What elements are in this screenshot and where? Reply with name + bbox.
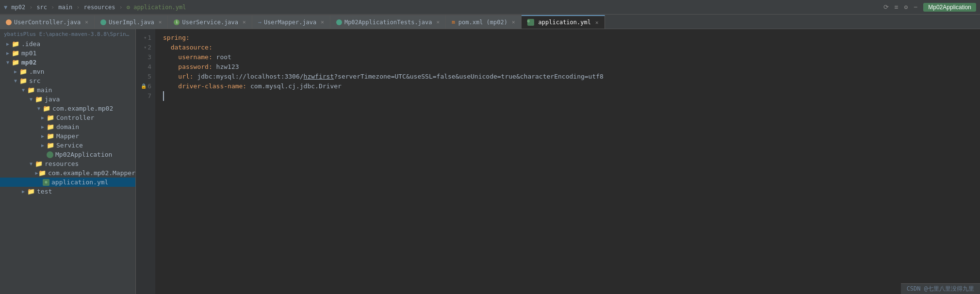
- editor[interactable]: ▾1 ▾2 3 4 5 🔒6 7 spring: dataso: [136, 29, 980, 294]
- sidebar-item-java[interactable]: ▼ 📁 java: [0, 95, 135, 104]
- editor-content: ▾1 ▾2 3 4 5 🔒6 7 spring: dataso: [136, 29, 980, 294]
- yaml-val-url: jdbc:mysql://localhost:3306/hzwfirst?ser…: [194, 72, 604, 82]
- tree-arrow-mp02: ▼: [4, 60, 12, 65]
- sidebar-label-domain: domain: [56, 123, 79, 131]
- folder-icon-java: 📁: [35, 96, 43, 103]
- tab-user-impl[interactable]: UserImpl.java ✕: [95, 15, 168, 29]
- toolbar-icon-3[interactable]: ⚙: [904, 3, 908, 11]
- indent-5: [163, 72, 178, 82]
- sidebar-label-mp01: mp01: [21, 49, 36, 57]
- code-area[interactable]: spring: datasource: username: root passw…: [155, 29, 980, 294]
- breadcrumb-mp02[interactable]: mp02: [11, 4, 25, 11]
- breadcrumb-resources[interactable]: resources: [83, 4, 115, 11]
- tree-arrow-mp01: ▶: [4, 50, 12, 56]
- fold-icon-2[interactable]: ▾: [144, 43, 147, 52]
- tab-label-user-service: UserService.java: [182, 19, 238, 26]
- folder-icon-mapper: 📁: [47, 132, 54, 140]
- line-numbers: ▾1 ▾2 3 4 5 🔒6 7: [136, 29, 155, 294]
- sidebar-item-idea[interactable]: ▶ 📁 .idea: [0, 39, 135, 49]
- sidebar-item-controller[interactable]: ▶ 📁 Controller: [0, 113, 135, 122]
- yaml-key-driver: driver-class-name:: [178, 82, 246, 91]
- tab-label-user-mapper: UserMapper.java: [264, 19, 316, 26]
- tab-mp02-tests[interactable]: Mp02ApplicationTests.java ✕: [330, 15, 446, 29]
- indent-2: [163, 43, 171, 52]
- sidebar-item-main[interactable]: ▼ 📁 main: [0, 85, 135, 95]
- line-num-2: ▾2: [136, 43, 155, 52]
- tree-arrow-controller: ▶: [39, 115, 47, 120]
- status-text: CSDN @七里八里没得九里: [907, 285, 974, 292]
- tab-icon-application-yml: ⚙: [527, 19, 534, 26]
- nav-arrow[interactable]: ▼: [4, 4, 7, 11]
- folder-icon-controller: 📁: [47, 114, 54, 121]
- sidebar-item-com-example[interactable]: ▼ 📁 com.example.mp02: [0, 104, 135, 113]
- tab-icon-mp02-tests: [336, 19, 342, 25]
- tree-arrow-mvn: ▶: [12, 69, 19, 74]
- tab-close-application-yml[interactable]: ✕: [595, 19, 599, 26]
- toolbar-icon-4[interactable]: −: [914, 3, 917, 11]
- code-line-7: [163, 91, 980, 101]
- breadcrumb: ▼ mp02 › src › main › resources › ⚙ appl…: [4, 4, 186, 11]
- sidebar-label-com-example-mapper: com.example.mp02.Mapper: [48, 169, 135, 177]
- sidebar-item-mp02[interactable]: ▼ 📁 mp02: [0, 58, 135, 67]
- sidebar-label-mapper: Mapper: [56, 132, 79, 140]
- sidebar-item-test[interactable]: ▶ 📁 test: [0, 187, 135, 196]
- yaml-key-username: username:: [178, 52, 212, 62]
- tab-label-pom-xml: pom.xml (mp02): [458, 19, 507, 26]
- tab-close-user-controller[interactable]: ✕: [85, 19, 88, 25]
- sidebar-label-mvn: .mvn: [29, 68, 44, 75]
- tree-arrow-resources: ▼: [27, 161, 35, 166]
- tab-close-user-mapper[interactable]: ✕: [321, 19, 324, 25]
- line-num-1: ▾1: [136, 33, 155, 43]
- tree-arrow-java: ▼: [27, 97, 35, 102]
- yml-file-icon: ⚙: [43, 179, 49, 186]
- sidebar-item-mp01[interactable]: ▶ 📁 mp01: [0, 49, 135, 58]
- tree-arrow-main: ▼: [19, 87, 27, 93]
- folder-icon-service: 📁: [47, 142, 54, 149]
- breadcrumb-main[interactable]: main: [58, 4, 72, 11]
- sidebar: ybatisPlus E:\apache-maven-3.8.8\SpringL…: [0, 29, 136, 294]
- code-line-6: driver-class-name: com.mysql.cj.jdbc.Dri…: [163, 82, 980, 91]
- line-num-7: 7: [136, 91, 155, 101]
- tab-pom-xml[interactable]: m pom.xml (mp02) ✕: [446, 15, 521, 29]
- sidebar-item-mapper[interactable]: ▶ 📁 Mapper: [0, 131, 135, 141]
- tree-arrow-mapper: ▶: [39, 133, 47, 139]
- fold-icon-1[interactable]: ▾: [144, 33, 147, 43]
- tab-close-user-service[interactable]: ✕: [243, 19, 246, 25]
- app-run-button[interactable]: Mp02Application: [923, 3, 976, 12]
- tab-icon-user-impl: [100, 19, 106, 25]
- sidebar-item-com-example-mapper[interactable]: ▶ 📁 com.example.mp02.Mapper: [0, 168, 135, 178]
- breadcrumb-src[interactable]: src: [36, 4, 47, 11]
- tab-user-controller[interactable]: UserController.java ✕: [0, 15, 95, 29]
- toolbar-icon-1[interactable]: ⟳: [883, 3, 889, 11]
- sidebar-label-controller: Controller: [56, 114, 94, 121]
- folder-icon-src: 📁: [19, 77, 27, 84]
- tree-arrow-domain: ▶: [39, 124, 47, 130]
- sidebar-item-application-yml[interactable]: ▶ ⚙ application.yml: [0, 178, 135, 187]
- tab-user-mapper[interactable]: ⇝ UserMapper.java ✕: [252, 15, 330, 29]
- tab-icon-user-service: i: [174, 19, 180, 25]
- sidebar-item-resources[interactable]: ▼ 📁 resources: [0, 159, 135, 168]
- tab-close-user-impl[interactable]: ✕: [159, 19, 162, 25]
- toolbar-icon-2[interactable]: ≡: [895, 3, 898, 11]
- sidebar-header: ybatisPlus E:\apache-maven-3.8.8\SpringL: [0, 29, 135, 39]
- code-line-1: spring:: [163, 33, 980, 43]
- top-bar: ▼ mp02 › src › main › resources › ⚙ appl…: [0, 0, 980, 15]
- top-bar-right: ⟳ ≡ ⚙ − Mp02Application: [883, 3, 976, 12]
- sidebar-item-mvn[interactable]: ▶ 📁 .mvn: [0, 67, 135, 76]
- cursor: [163, 91, 168, 101]
- tab-user-service[interactable]: i UserService.java ✕: [168, 15, 252, 29]
- tab-application-yml[interactable]: ⚙ application.yml ✕: [522, 15, 605, 29]
- tree-arrow-idea: ▶: [4, 41, 12, 47]
- sidebar-item-src[interactable]: ▼ 📁 src: [0, 76, 135, 85]
- main-layout: ybatisPlus E:\apache-maven-3.8.8\SpringL…: [0, 29, 980, 294]
- tab-label-user-controller: UserController.java: [14, 19, 81, 26]
- tab-icon-user-mapper: ⇝: [258, 19, 261, 26]
- breadcrumb-file[interactable]: ⚙ application.yml: [127, 4, 186, 11]
- sidebar-item-service[interactable]: ▶ 📁 Service: [0, 141, 135, 150]
- sidebar-item-domain[interactable]: ▶ 📁 domain: [0, 122, 135, 131]
- sidebar-item-mp02app[interactable]: ▶ Mp02Application: [0, 150, 135, 159]
- sidebar-label-mp02app: Mp02Application: [55, 151, 112, 158]
- tab-close-mp02-tests[interactable]: ✕: [437, 19, 440, 25]
- sidebar-label-idea: .idea: [21, 40, 40, 48]
- tab-close-pom-xml[interactable]: ✕: [512, 19, 515, 25]
